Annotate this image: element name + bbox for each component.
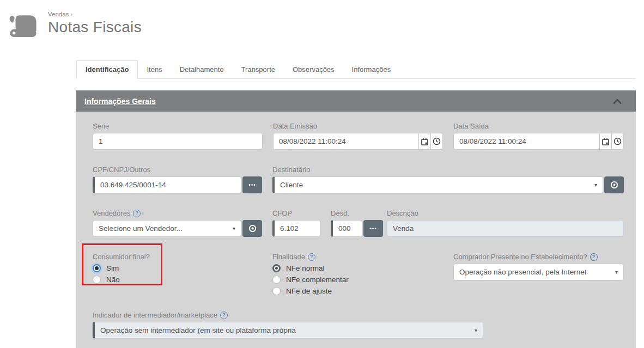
informacoes-gerais-panel: Informações Gerais Série Data Emissão xyxy=(76,90,636,348)
calendar-icon[interactable] xyxy=(600,133,612,150)
radio-nao-label[interactable]: Não xyxy=(106,276,120,284)
chevron-down-icon: ▾ xyxy=(471,327,477,333)
tab-informacoes[interactable]: Informações xyxy=(343,61,400,78)
indicador-intermediador-select[interactable]: Operação sem intermediador (em site ou p… xyxy=(93,322,483,339)
radio-nfe-ajuste-label[interactable]: NFe de ajuste xyxy=(286,287,332,295)
finalidade-label: Finalidade xyxy=(272,253,305,261)
comprador-presente-label: Comprador Presente no Estabelecimento? xyxy=(453,253,587,261)
finalidade-group: Finalidade ? NFe normal NFe complementar… xyxy=(272,253,453,295)
radio-nfe-normal-label[interactable]: NFe normal xyxy=(286,264,325,272)
chevron-down-icon: ▾ xyxy=(612,269,618,275)
chevron-up-icon[interactable] xyxy=(613,99,622,104)
form-row-2: CPF/CNPJ/Outros ••• Destinatário Cliente… xyxy=(93,166,624,193)
tab-detalhamento[interactable]: Detalhamento xyxy=(171,61,233,78)
radio-nfe-complementar[interactable] xyxy=(272,276,281,284)
vendedores-view-button[interactable] xyxy=(242,220,262,237)
vendedores-select[interactable]: Selecione um Vendedor... ▾ xyxy=(93,220,241,237)
panel-body: Série Data Emissão xyxy=(76,112,636,348)
help-icon[interactable]: ? xyxy=(308,253,315,261)
form-row-1: Série Data Emissão xyxy=(93,122,624,150)
vendedores-field: Vendedores ? Selecione um Vendedor... ▾ xyxy=(93,209,262,237)
desd-field: Desd. ••• xyxy=(331,209,383,237)
section-header[interactable]: Informações Gerais xyxy=(76,90,636,112)
indicador-intermediador-label: Indicador de intermediador/marketplace xyxy=(93,311,217,319)
data-saida-input[interactable] xyxy=(453,133,600,150)
cfop-input[interactable] xyxy=(272,220,320,237)
help-icon[interactable]: ? xyxy=(220,312,228,319)
desd-input[interactable] xyxy=(331,220,362,237)
descricao-label: Descrição xyxy=(387,209,624,217)
cpf-cnpj-lookup-button[interactable]: ••• xyxy=(242,176,262,193)
radio-option-nfe-complementar[interactable]: NFe complementar xyxy=(272,276,453,284)
chevron-down-icon: ▾ xyxy=(591,182,597,188)
cpf-cnpj-label: CPF/CNPJ/Outros xyxy=(93,166,262,174)
radio-nao[interactable] xyxy=(93,276,101,284)
radio-sim-label[interactable]: Sim xyxy=(106,264,119,272)
desd-label: Desd. xyxy=(331,209,383,217)
indicador-intermediador-field: Indicador de intermediador/marketplace ?… xyxy=(93,311,483,339)
title-block: Vendas› Notas Fiscais xyxy=(48,11,142,36)
data-emissao-label: Data Emissão xyxy=(273,122,443,130)
calendar-icon[interactable] xyxy=(419,133,431,150)
section-title[interactable]: Informações Gerais xyxy=(84,97,156,106)
breadcrumb-vendas[interactable]: Vendas xyxy=(48,11,69,17)
breadcrumb[interactable]: Vendas› xyxy=(48,11,142,17)
tab-transporte[interactable]: Transporte xyxy=(233,61,284,78)
consumidor-final-label: Consumidor final? xyxy=(93,253,272,261)
data-emissao-field: Data Emissão xyxy=(273,122,443,150)
destinatario-value: Cliente xyxy=(280,181,303,189)
chevron-right-icon: › xyxy=(70,11,72,17)
comprador-presente-value: Operação não presencial, pela Internet xyxy=(459,268,586,276)
form-row-5: Indicador de intermediador/marketplace ?… xyxy=(93,311,624,339)
cpf-cnpj-field: CPF/CNPJ/Outros ••• xyxy=(93,166,262,193)
descricao-field: Descrição xyxy=(387,209,624,237)
serie-field: Série xyxy=(93,122,263,150)
destinatario-label: Destinatário xyxy=(272,166,624,174)
tab-identificacao[interactable]: Identificação xyxy=(76,60,138,79)
radio-option-nao[interactable]: Não xyxy=(93,276,272,284)
cpf-cnpj-input[interactable] xyxy=(93,176,241,193)
ellipsis-icon: ••• xyxy=(369,226,377,231)
app-header: Vendas› Notas Fiscais xyxy=(8,11,142,40)
indicador-intermediador-value: Operação sem intermediador (em site ou p… xyxy=(100,326,296,334)
form-row-4: Consumidor final? Sim Não Finalidade ? xyxy=(93,253,624,295)
destinatario-view-button[interactable] xyxy=(604,176,624,193)
vendedores-label: Vendedores xyxy=(93,209,130,217)
serie-input[interactable] xyxy=(93,133,263,150)
page-title: Notas Fiscais xyxy=(48,19,142,36)
data-saida-field: Data Saída xyxy=(453,122,624,150)
help-icon[interactable]: ? xyxy=(133,210,141,217)
tab-bar: Identificação Itens Detalhamento Transpo… xyxy=(76,60,636,79)
tab-observacoes[interactable]: Observações xyxy=(284,61,343,78)
tab-itens[interactable]: Itens xyxy=(138,61,171,78)
comprador-presente-field: Comprador Presente no Estabelecimento? ?… xyxy=(453,253,624,295)
radio-option-nfe-normal[interactable]: NFe normal xyxy=(272,264,453,272)
serie-label: Série xyxy=(93,122,263,130)
cfop-label: CFOP xyxy=(272,209,320,217)
eye-icon xyxy=(248,224,257,233)
data-emissao-input[interactable] xyxy=(273,133,419,150)
comprador-presente-select[interactable]: Operação não presencial, pela Internet ▾ xyxy=(453,264,624,280)
clock-icon[interactable] xyxy=(431,133,443,150)
destinatario-field: Destinatário Cliente ▾ xyxy=(272,166,624,193)
desd-lookup-button[interactable]: ••• xyxy=(363,220,383,237)
eye-icon xyxy=(610,180,619,190)
descricao-input xyxy=(387,220,624,237)
radio-nfe-ajuste[interactable] xyxy=(272,287,281,295)
help-icon[interactable]: ? xyxy=(590,253,598,261)
radio-option-sim[interactable]: Sim xyxy=(93,264,272,272)
clock-icon[interactable] xyxy=(612,133,624,150)
consumidor-final-group: Consumidor final? Sim Não xyxy=(93,253,272,295)
cfop-field: CFOP xyxy=(272,209,320,237)
radio-nfe-complementar-label[interactable]: NFe complementar xyxy=(286,276,349,284)
radio-sim[interactable] xyxy=(93,264,101,272)
radio-option-nfe-ajuste[interactable]: NFe de ajuste xyxy=(272,287,453,295)
destinatario-select[interactable]: Cliente ▾ xyxy=(272,176,603,193)
data-saida-label: Data Saída xyxy=(453,122,624,130)
ellipsis-icon: ••• xyxy=(248,182,256,188)
vendedores-value: Selecione um Vendedor... xyxy=(99,224,183,233)
chevron-down-icon: ▾ xyxy=(229,225,235,231)
form-row-3: Vendedores ? Selecione um Vendedor... ▾ xyxy=(93,209,624,237)
scroll-icon xyxy=(8,13,39,40)
radio-nfe-normal[interactable] xyxy=(272,264,281,272)
